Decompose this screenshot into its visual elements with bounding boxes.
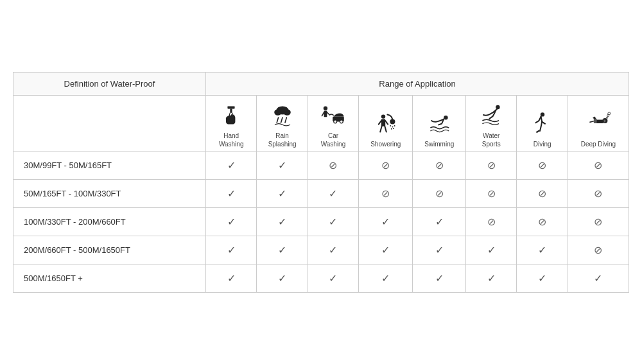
- svg-rect-5: [277, 111, 288, 114]
- checkmark-icon: ✓: [329, 216, 337, 227]
- check-mark: ✓: [308, 207, 358, 236]
- range-label: 30M/99FT - 50M/165FT: [13, 151, 206, 179]
- svg-point-37: [608, 112, 611, 114]
- svg-rect-1: [230, 108, 232, 112]
- check-mark: ✓: [206, 207, 257, 236]
- no-symbol: ⊘: [517, 151, 568, 179]
- no-symbol: ⊘: [568, 207, 629, 236]
- check-mark: ✓: [206, 264, 257, 292]
- no-symbol: ⊘: [568, 236, 629, 264]
- hand-washing-icon: [217, 101, 245, 129]
- svg-line-12: [327, 112, 329, 115]
- showering-icon-cell: Showering: [359, 95, 413, 151]
- check-mark: ✓: [257, 179, 308, 207]
- check-mark: ✓: [568, 264, 629, 292]
- check-mark: ✓: [413, 264, 466, 292]
- showering-icon-label: Showering: [370, 140, 401, 148]
- checkmark-icon: ✓: [538, 245, 546, 256]
- svg-point-9: [324, 106, 327, 110]
- svg-point-21: [393, 128, 394, 129]
- prohibited-icon: ⊘: [487, 188, 496, 199]
- table-row: 500M/1650FT +✓✓✓✓✓✓✓✓: [13, 264, 629, 292]
- swimming-icon: [425, 109, 453, 137]
- svg-point-18: [392, 126, 393, 127]
- water-sports-icon-label: WaterSports: [482, 132, 501, 148]
- check-mark: ✓: [257, 151, 308, 179]
- checkmark-icon: ✓: [227, 245, 236, 256]
- no-symbol: ⊘: [359, 151, 413, 179]
- checkmark-icon: ✓: [594, 273, 602, 284]
- car-washing-icon-cell: CarWashing: [308, 95, 358, 151]
- hand-washing-icon-label: HandWashing: [219, 132, 244, 148]
- svg-line-11: [322, 112, 324, 116]
- table-row: 100M/330FT - 200M/660FT✓✓✓✓✓⊘⊘⊘: [13, 207, 629, 236]
- checkmark-icon: ✓: [278, 245, 286, 256]
- svg-point-20: [391, 128, 392, 129]
- check-mark: ✓: [359, 207, 413, 236]
- prohibited-icon: ⊘: [435, 160, 444, 171]
- checkmark-icon: ✓: [487, 245, 496, 256]
- svg-point-29: [496, 105, 499, 108]
- checkmark-icon: ✓: [278, 188, 286, 199]
- no-symbol: ⊘: [466, 207, 517, 236]
- check-mark: ✓: [257, 236, 308, 264]
- check-mark: ✓: [359, 236, 413, 264]
- prohibited-icon: ⊘: [487, 216, 496, 227]
- prohibited-icon: ⊘: [594, 245, 602, 256]
- check-mark: ✓: [206, 179, 257, 207]
- diving-icon-label: Diving: [534, 140, 551, 148]
- svg-line-24: [379, 121, 381, 125]
- checkmark-icon: ✓: [487, 273, 496, 284]
- checkmark-icon: ✓: [227, 160, 236, 171]
- definition-header: Definition of Water-Proof: [13, 72, 206, 95]
- checkmark-icon: ✓: [435, 273, 444, 284]
- no-symbol: ⊘: [466, 151, 517, 179]
- no-symbol: ⊘: [517, 179, 568, 207]
- svg-rect-10: [324, 110, 327, 117]
- svg-point-22: [381, 114, 385, 118]
- no-symbol: ⊘: [413, 151, 466, 179]
- checkmark-icon: ✓: [381, 245, 390, 256]
- check-mark: ✓: [517, 236, 568, 264]
- prohibited-icon: ⊘: [594, 160, 602, 171]
- deep-diving-icon-label: Deep Diving: [581, 140, 616, 148]
- prohibited-icon: ⊘: [435, 188, 444, 199]
- prohibited-icon: ⊘: [381, 188, 390, 199]
- checkmark-icon: ✓: [278, 216, 286, 227]
- no-symbol: ⊘: [568, 179, 629, 207]
- checkmark-icon: ✓: [538, 273, 546, 284]
- check-mark: ✓: [466, 264, 517, 292]
- check-mark: ✓: [206, 151, 257, 179]
- no-symbol: ⊘: [359, 179, 413, 207]
- checkmark-icon: ✓: [329, 273, 337, 284]
- rain-splashing-icon-cell: RainSplashing: [257, 95, 308, 151]
- check-mark: ✓: [413, 236, 466, 264]
- range-label: 200M/660FT - 500M/1650FT: [13, 236, 206, 264]
- rain-splashing-icon-label: RainSplashing: [268, 132, 297, 148]
- waterproof-table: Definition of Water-Proof Range of Appli…: [13, 72, 629, 293]
- check-mark: ✓: [359, 264, 413, 292]
- showering-icon: [372, 109, 400, 137]
- svg-rect-34: [594, 118, 597, 123]
- icon-row-empty: [13, 95, 206, 151]
- svg-point-17: [390, 125, 391, 126]
- prohibited-icon: ⊘: [381, 160, 390, 171]
- swimming-icon-label: Swimming: [424, 140, 454, 148]
- svg-line-7: [281, 117, 282, 123]
- checkmark-icon: ✓: [435, 216, 444, 227]
- check-mark: ✓: [466, 236, 517, 264]
- water-sports-icon: [477, 101, 505, 129]
- check-mark: ✓: [257, 207, 308, 236]
- car-washing-icon-label: CarWashing: [321, 132, 346, 148]
- range-header: Range of Application: [206, 72, 629, 95]
- no-symbol: ⊘: [466, 179, 517, 207]
- table-row: 200M/660FT - 500M/1650FT✓✓✓✓✓✓✓⊘: [13, 236, 629, 264]
- water-sports-icon-cell: WaterSports: [466, 95, 517, 151]
- swimming-icon-cell: Swimming: [413, 95, 466, 151]
- no-symbol: ⊘: [568, 151, 629, 179]
- check-mark: ✓: [308, 236, 358, 264]
- checkmark-icon: ✓: [381, 216, 390, 227]
- checkmark-icon: ✓: [227, 188, 236, 199]
- checkmark-icon: ✓: [435, 245, 444, 256]
- svg-line-25: [385, 121, 388, 125]
